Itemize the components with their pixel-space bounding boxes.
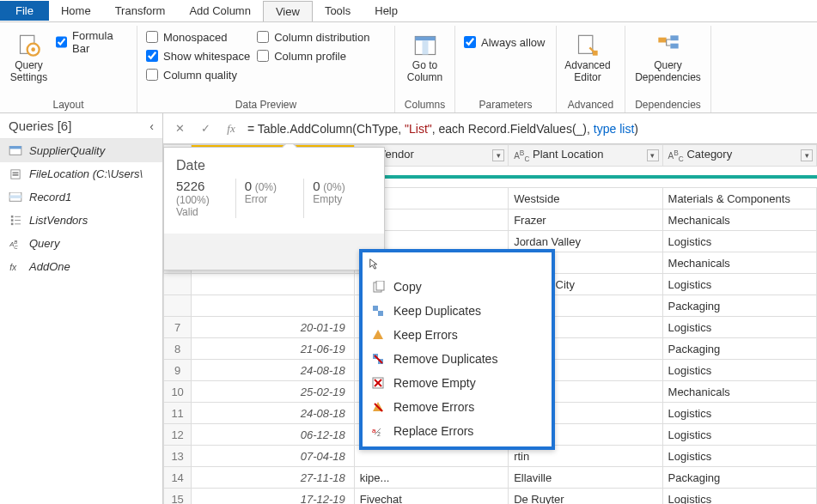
- row-index[interactable]: [164, 274, 192, 295]
- row-index[interactable]: 12: [164, 424, 192, 446]
- table-row[interactable]: 15 17-12-19 Fivechat De Ruyter Logistics: [164, 489, 817, 505]
- cell-vendor[interactable]: Fivechat: [354, 489, 508, 505]
- formula-accept-icon[interactable]: ✓: [196, 119, 215, 138]
- query-item[interactable]: fxAddOne: [0, 255, 162, 278]
- query-item[interactable]: SupplierQuality: [0, 139, 162, 162]
- row-index[interactable]: 10: [164, 381, 192, 403]
- formula-bar-checkbox[interactable]: Formula Bar: [52, 33, 131, 52]
- cell-date[interactable]: 07-04-18: [192, 446, 354, 467]
- row-index[interactable]: 8: [164, 338, 192, 360]
- cell-category[interactable]: Mechanicals: [662, 381, 816, 403]
- column-label: Plant Location: [533, 149, 603, 161]
- menu-file[interactable]: File: [0, 1, 49, 21]
- cell-plant[interactable]: Frazer: [509, 209, 662, 231]
- cell-category[interactable]: Logistics: [662, 489, 816, 505]
- context-menu-item[interactable]: Remove Duplicates: [363, 347, 552, 371]
- svg-text:C: C: [14, 245, 18, 249]
- table-row[interactable]: 14 27-11-18 kipe... Ellaville Packaging: [164, 467, 817, 489]
- cell-date[interactable]: 20-01-19: [192, 317, 354, 338]
- column-filter-icon[interactable]: ▾: [647, 149, 659, 161]
- cell-category[interactable]: Logistics: [662, 231, 816, 252]
- column-header-plant[interactable]: ABC Plant Location ▾: [509, 145, 662, 167]
- menu-help[interactable]: Help: [363, 1, 410, 21]
- cell-category[interactable]: Mechanicals: [662, 252, 816, 274]
- cell-date[interactable]: 17-12-19: [192, 489, 354, 505]
- column-filter-icon[interactable]: ▾: [801, 149, 813, 161]
- query-item[interactable]: FileLocation (C:\Users\: [0, 162, 162, 185]
- cell-date[interactable]: [192, 295, 354, 317]
- cell-date[interactable]: 24-08-18: [192, 360, 354, 381]
- cell-category[interactable]: Logistics: [662, 403, 816, 424]
- cell-date[interactable]: [192, 274, 354, 295]
- cell-date[interactable]: 06-12-18: [192, 424, 354, 446]
- fx-icon[interactable]: fx: [222, 119, 241, 138]
- cell-plant[interactable]: Ellaville: [509, 467, 662, 489]
- menu-add-column[interactable]: Add Column: [177, 1, 263, 21]
- cell-date[interactable]: 24-08-18: [192, 403, 354, 424]
- always-allow-checkbox[interactable]: Always allow: [460, 33, 548, 52]
- show-whitespace-checkbox[interactable]: Show whitespace: [143, 46, 253, 65]
- query-dependencies-button[interactable]: Query Dependencies: [631, 27, 705, 89]
- context-menu-item[interactable]: Keep Errors: [363, 323, 552, 347]
- cell-category[interactable]: Logistics: [662, 446, 816, 467]
- goto-column-button[interactable]: Go to Column: [400, 27, 449, 89]
- cell-category[interactable]: Mechanicals: [662, 209, 816, 231]
- ctx-icon: [371, 401, 385, 413]
- cell-vendor[interactable]: kipe...: [354, 467, 508, 489]
- row-index[interactable]: 11: [164, 403, 192, 424]
- column-header-category[interactable]: ABC Category ▾: [662, 145, 816, 167]
- formula-cancel-icon[interactable]: ✕: [170, 119, 189, 138]
- group-label-columns: Columns: [400, 99, 449, 112]
- cell-category[interactable]: Logistics: [662, 424, 816, 446]
- row-index[interactable]: [164, 295, 192, 317]
- cell-category[interactable]: Packaging: [662, 338, 816, 360]
- context-menu-item[interactable]: Copy: [363, 275, 552, 299]
- context-menu-item[interactable]: Remove Empty: [363, 371, 552, 395]
- context-menu: CopyKeep DuplicatesKeep ErrorsRemove Dup…: [359, 249, 555, 450]
- svg-rect-23: [15, 223, 21, 224]
- menu-transform[interactable]: Transform: [103, 1, 178, 21]
- ctx-icon: [371, 329, 385, 341]
- column-distribution-checkbox[interactable]: Column distribution: [253, 27, 373, 46]
- group-label-parameters: Parameters: [460, 99, 551, 112]
- cell-plant[interactable]: De Ruyter: [509, 489, 662, 505]
- column-label: Category: [686, 149, 732, 161]
- context-menu-item[interactable]: a2Replace Errors: [363, 419, 552, 443]
- context-menu-item[interactable]: Keep Duplicates: [363, 299, 552, 323]
- context-menu-item[interactable]: Remove Errors: [363, 395, 552, 419]
- row-index[interactable]: 9: [164, 360, 192, 381]
- cell-plant[interactable]: Westside: [509, 188, 662, 209]
- column-quality-checkbox[interactable]: Column quality: [143, 65, 253, 84]
- query-item[interactable]: ABCQuery: [0, 232, 162, 255]
- query-item[interactable]: ListVendors: [0, 209, 162, 232]
- abc-icon: ABC: [9, 239, 22, 249]
- cell-category[interactable]: Packaging: [662, 295, 816, 317]
- tooltip-histogram-placeholder: [164, 234, 384, 270]
- cell-category[interactable]: Logistics: [662, 274, 816, 295]
- formula-bar-check-input[interactable]: [56, 36, 67, 48]
- cell-category[interactable]: Packaging: [662, 467, 816, 489]
- column-profile-checkbox[interactable]: Column profile: [253, 46, 373, 65]
- row-index[interactable]: 14: [164, 467, 192, 489]
- query-settings-button[interactable]: Query Settings: [5, 27, 52, 89]
- cell-date[interactable]: 27-11-18: [192, 467, 354, 489]
- monospaced-checkbox[interactable]: Monospaced: [143, 27, 253, 46]
- cell-category[interactable]: Logistics: [662, 360, 816, 381]
- query-item[interactable]: Record1: [0, 185, 162, 209]
- queries-header[interactable]: Queries [6] ‹: [0, 113, 162, 139]
- formula-input[interactable]: = Table.AddColumn(ChType, "List", each R…: [247, 122, 638, 136]
- menu-home[interactable]: Home: [49, 1, 103, 21]
- row-index[interactable]: 13: [164, 446, 192, 467]
- cell-category[interactable]: Materials & Components: [662, 188, 816, 209]
- menu-tools[interactable]: Tools: [313, 1, 363, 21]
- row-index[interactable]: 7: [164, 317, 192, 338]
- collapse-chevron-icon[interactable]: ‹: [149, 119, 154, 133]
- cell-date[interactable]: 25-02-19: [192, 381, 354, 403]
- cell-date[interactable]: 21-06-19: [192, 338, 354, 360]
- menu-view[interactable]: View: [263, 1, 313, 21]
- svg-text:A: A: [9, 240, 14, 248]
- row-index[interactable]: 15: [164, 489, 192, 505]
- column-filter-icon[interactable]: ▾: [492, 149, 504, 161]
- cell-category[interactable]: Logistics: [662, 317, 816, 338]
- advanced-editor-button[interactable]: Advanced Editor: [562, 27, 613, 89]
